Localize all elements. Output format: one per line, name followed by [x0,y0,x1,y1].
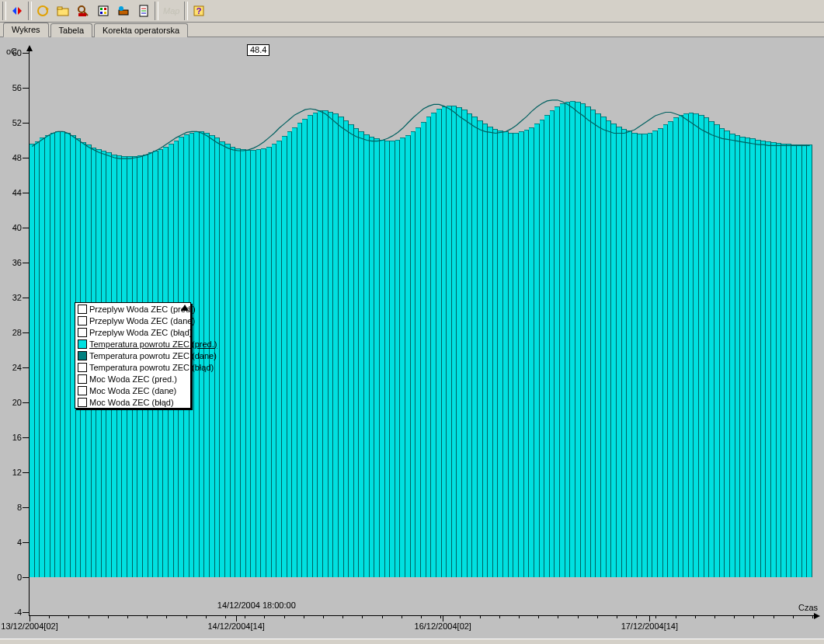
bar [415,127,421,577]
legend-item[interactable]: Temperatura powrotu ZEC (dane) [75,350,190,361]
y-tick-label: -4 [3,607,22,617]
bar [276,141,282,577]
bar [339,117,344,577]
x-tick-minor [538,615,539,618]
bar [370,137,375,577]
bar [617,127,622,577]
y-tick [23,612,29,613]
bar [673,117,679,577]
y-tick-label: 36 [3,258,22,267]
y-tick [23,437,29,438]
legend-item[interactable]: Temperatura powrotu ZEC (błąd) [75,361,190,373]
bar [740,137,746,577]
bar [575,102,581,577]
x-tick-minor [342,615,343,618]
x-tick-minor [460,615,461,618]
bar [560,103,565,577]
chart[interactable]: oC Czas -404812162024283236404448525660 … [0,37,824,642]
bar [329,112,334,578]
bar [266,147,272,578]
x-tick-minor [480,615,481,618]
tab-wykres[interactable]: Wykres [3,23,49,37]
y-tick-label: 8 [3,503,22,512]
svg-rect-9 [99,6,108,16]
tab-korekta[interactable]: Korekta operatorska [94,23,188,37]
svg-point-2 [38,6,47,16]
bar [544,115,550,577]
bar [679,115,684,577]
y-tick [23,158,29,158]
bar [374,138,380,577]
tab-tabela[interactable]: Tabela [50,23,92,37]
legend-item[interactable]: Moc Woda ZEC (dane) [75,385,190,396]
x-tick-minor [382,615,383,618]
bar [302,119,308,578]
legend-item[interactable]: Przeplyw Woda ZEC (błąd) [75,326,190,338]
y-axis-arrow-icon [26,45,33,51]
bar [720,128,725,577]
x-tick-minor [440,615,441,618]
bar [308,115,313,577]
legend-collapse-icon[interactable] [181,305,189,311]
y-tick [23,402,29,403]
bar [771,142,777,577]
bar [750,138,756,577]
tools-icon[interactable] [113,1,134,21]
legend[interactable]: Przeplyw Woda ZEC (pred.)Przeplyw Woda Z… [75,302,191,409]
help-icon[interactable]: ? [189,1,209,21]
bar [364,134,370,577]
bar [405,135,411,577]
nav-prevnext-icon[interactable] [7,1,27,21]
find-icon[interactable] [73,1,93,21]
bar [344,120,349,577]
bar [426,117,432,577]
bar [50,133,56,578]
x-tick-minor [753,615,754,618]
y-tick-label: 0 [3,573,22,582]
legend-swatch [78,398,87,407]
bar [787,144,792,577]
bar [648,133,653,578]
bar [292,127,297,577]
legend-item[interactable]: Moc Woda ZEC (pred.) [75,373,190,385]
refresh-icon[interactable] [33,1,53,21]
legend-item[interactable]: Moc Woda ZEC (błąd) [75,396,190,408]
folder-icon[interactable] [53,1,73,21]
bar [246,150,252,577]
x-tick-minor [676,615,676,618]
config-icon[interactable] [93,1,113,21]
properties-icon[interactable] [134,1,154,21]
y-tick [23,193,29,193]
bar [483,124,488,577]
x-tick-minor [206,615,207,618]
bar [447,106,452,577]
legend-item[interactable]: Przeplyw Woda ZEC (pred.) [75,303,190,315]
bar [642,134,648,577]
toolbar: Map ? [0,0,824,23]
bar [256,149,262,577]
legend-item[interactable]: Temperatura powrotu ZEC (pred.) [75,338,190,350]
bar [766,141,771,577]
y-tick-label: 60 [3,48,22,57]
x-tick-minor [578,615,579,618]
x-tick-minor [127,615,128,618]
bar [622,129,628,577]
bar [761,141,767,577]
status-bar [0,639,824,642]
x-tick-minor [304,615,304,618]
bar [395,140,401,578]
x-tick-minor [655,615,656,618]
bar [565,102,571,577]
x-tick [649,615,650,621]
bar [297,123,303,577]
bar [802,144,808,577]
y-tick-label: 24 [3,363,22,372]
x-tick-minor [264,615,265,618]
y-tick [23,88,29,89]
y-tick-label: 56 [3,83,22,92]
svg-rect-5 [57,7,62,9]
legend-item[interactable]: Przeplyw Woda ZEC (dane) [75,315,190,326]
svg-rect-8 [78,13,86,16]
y-tick [23,263,29,263]
legend-swatch [78,363,87,372]
